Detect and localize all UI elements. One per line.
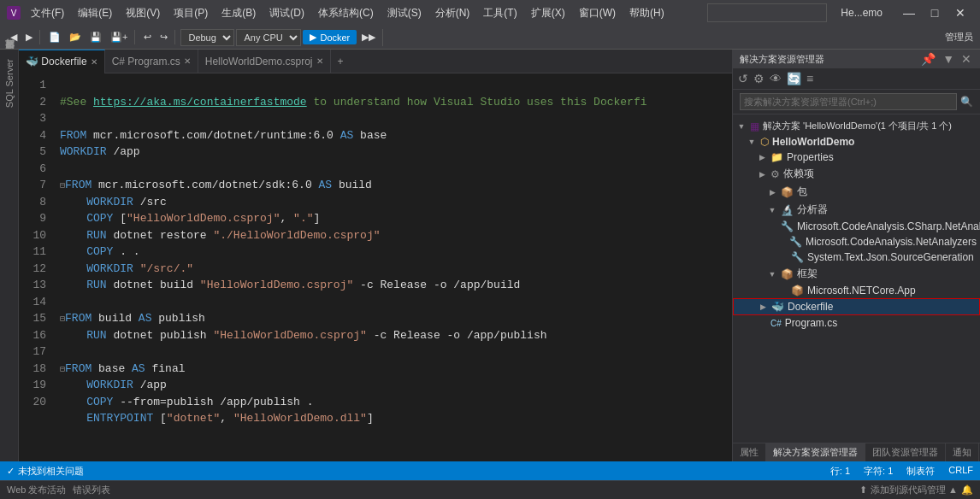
tab-program-cs-close[interactable]: ✕ [184,56,191,66]
window-title: He...emo [830,7,893,19]
tab-dockerfile-label: 🐳 Dockerfile [26,56,87,68]
menu-extensions[interactable]: 扩展(X) [524,3,572,24]
menu-window[interactable]: 窗口(W) [572,3,623,24]
tree-item-packages[interactable]: ▶ 📦 包 [733,183,980,201]
redo-button[interactable]: ↪ [156,30,171,44]
menu-tools[interactable]: 工具(T) [476,3,523,24]
menu-test[interactable]: 测试(S) [381,3,428,24]
refresh-button[interactable]: 🔄 [785,70,803,87]
minimize-button[interactable]: — [896,0,922,26]
app-icon: V [7,6,21,20]
tab-dockerfile-close[interactable]: ✕ [91,57,97,67]
open-button[interactable]: 📂 [66,30,85,44]
tree-item-netcore[interactable]: 📦 Microsoft.NETCore.App [733,283,980,298]
expand-deps-icon: ▶ [757,169,767,179]
collapse-all-button[interactable]: ≡ [805,70,815,87]
expand-project-icon: ▼ [747,137,757,147]
menu-edit[interactable]: 编辑(E) [71,3,119,24]
tree-item-analyzers[interactable]: ▼ 🔬 分析器 [733,201,980,219]
tab-csproj-close[interactable]: ✕ [316,56,323,66]
project-icon: ⬡ [760,136,769,148]
new-button[interactable]: 📄 [45,30,64,44]
analyzer1-icon: 🔧 [781,220,794,232]
code-content[interactable]: #See https://aka.ms/containerfastmode to… [53,73,732,461]
status-char: 字符: 1 [864,465,893,478]
menu-build[interactable]: 生成(B) [215,3,263,24]
analyzer1-label: Microsoft.CodeAnalysis.CSharp.NetAnalyze… [797,220,980,232]
netcore-label: Microsoft.NETCore.App [807,285,916,296]
tree-item-analyzer3[interactable]: 🔧 System.Text.Json.SourceGeneration [733,250,980,265]
properties-label: Properties [787,151,834,163]
bell-icon[interactable]: 🔔 [961,484,973,496]
dockerfile-icon: 🐳 [771,301,784,313]
properties-button[interactable]: ⚙ [752,70,766,87]
expand-frameworks-icon: ▼ [767,269,777,279]
forward-button[interactable]: ▶ [22,30,36,44]
bottom-bar: Web 发布活动 错误列表 ⬆ 添加到源代码管理 ▲ 🔔 [0,480,980,499]
expand-solution-icon: ▼ [736,121,747,132]
tab-add-button[interactable]: + [331,56,351,68]
tree-item-dockerfile[interactable]: ▶ 🐳 Dockerfile [733,298,980,315]
tree-item-analyzer2[interactable]: 🔧 Microsoft.CodeAnalysis.NetAnalyzers [733,234,980,250]
tree-item-solution[interactable]: ▼ ▦ 解决方案 'HelloWorldDemo'(1 个项目/共 1 个) [733,118,980,134]
menu-project[interactable]: 项目(P) [167,3,215,24]
file-group: 📄 📂 💾 💾+ [42,30,135,44]
status-tab: 制表符 [906,465,935,478]
tree-item-program-cs[interactable]: C# Program.cs [733,315,980,331]
solution-icon: ▦ [750,120,759,132]
save-button[interactable]: 💾 [86,30,105,44]
tab-csproj[interactable]: HelloWorldDemo.csproj ✕ [198,50,331,73]
undo-button[interactable]: ↩ [140,30,155,44]
menu-file[interactable]: 文件(F) [24,3,71,24]
tab-program-cs-label: C# Program.cs [112,56,180,68]
bottom-tab-properties[interactable]: 属性 [733,443,766,461]
tree-item-project[interactable]: ▼ ⬡ HelloWorldDemo [733,134,980,150]
solution-search-input[interactable] [740,93,957,110]
expand-analyzers-icon: ▼ [767,205,777,215]
title-search-input[interactable] [711,8,823,18]
tab-csproj-label: HelloWorldDemo.csproj [205,56,313,68]
tree-item-properties[interactable]: ▶ 📁 Properties [733,150,980,165]
restore-button[interactable]: □ [922,0,948,26]
tab-dockerfile[interactable]: 🐳 Dockerfile ✕ [19,50,105,73]
menu-debug[interactable]: 调试(D) [263,3,311,24]
panel-close-button[interactable]: ✕ [959,50,973,68]
menu-view[interactable]: 视图(V) [119,3,167,24]
bottom-tab-notifications[interactable]: 通知 [946,443,979,461]
menu-analyze[interactable]: 分析(N) [428,3,477,24]
debug-mode-select[interactable]: Debug [180,29,234,46]
tree-item-analyzer1[interactable]: 🔧 Microsoft.CodeAnalysis.CSharp.NetAnaly… [733,219,980,234]
sidebar-tab-sql[interactable]: SQL Server 对象资源管理器 [0,50,18,114]
bottom-bar-error-list[interactable]: 错误列表 [73,484,110,496]
pin-button[interactable]: 📌 [919,50,937,68]
sync-button[interactable]: ↺ [736,70,750,87]
title-search[interactable] [707,3,827,22]
deps-icon: ⚙ [770,168,780,180]
collapse-button[interactable]: ▼ [941,50,956,68]
save-all-button[interactable]: 💾+ [107,30,131,44]
close-button[interactable]: ✕ [948,0,973,26]
solution-explorer-toolbar: ↺ ⚙ 👁 🔄 ≡ [733,68,980,90]
start-debug-button[interactable]: ▶ Docker [303,30,357,44]
attach-button[interactable]: ▶▶ [358,30,379,44]
left-sidebar: SQL Server 对象资源管理器 [0,50,19,461]
show-all-button[interactable]: 👁 [768,70,783,87]
tree-item-deps[interactable]: ▶ ⚙ 依赖项 [733,165,980,183]
bottom-tab-team[interactable]: 团队资源管理器 [865,443,946,461]
platform-select[interactable]: Any CPU [236,29,301,46]
analyzers-icon: 🔬 [781,204,794,216]
manage-button[interactable]: 管理员 [942,29,977,45]
back-button[interactable]: ◀ [7,30,21,44]
status-text: 未找到相关问题 [18,465,84,478]
menu-help[interactable]: 帮助(H) [623,3,671,24]
svg-text:V: V [11,9,17,18]
tree-item-frameworks[interactable]: ▼ 📦 框架 [733,265,980,283]
code-editor[interactable]: 12345 678910 1112131415 1617181920 #See … [19,73,732,461]
menu-arch[interactable]: 体系结构(C) [311,3,381,24]
solution-explorer: 解决方案资源管理器 📌 ▼ ✕ ↺ ⚙ 👁 🔄 ≡ 🔍 ▼ ▦ 解决方案 'He… [732,50,980,461]
tab-program-cs[interactable]: C# Program.cs ✕ [105,50,198,73]
bottom-bar-web-publish[interactable]: Web 发布活动 [7,484,66,496]
bottom-tab-solution-explorer[interactable]: 解决方案资源管理器 [766,443,865,461]
netcore-icon: 📦 [791,285,804,296]
add-source-control-button[interactable]: 添加到源代码管理 ▲ [871,484,958,496]
